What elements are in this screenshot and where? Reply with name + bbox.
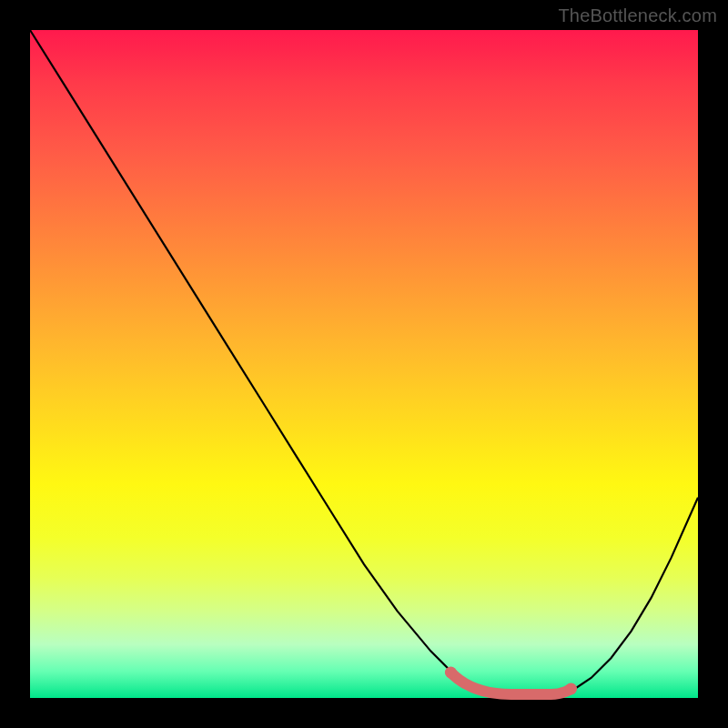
highlight-segment (450, 672, 571, 694)
curve-path (30, 30, 698, 698)
plot-area (30, 30, 698, 698)
attribution-text: TheBottleneck.com (558, 5, 717, 26)
chart-frame: TheBottleneck.com (0, 0, 728, 728)
segment-start-dot (445, 667, 457, 679)
segment-end-dot (565, 683, 577, 695)
bottleneck-curve (30, 30, 698, 698)
